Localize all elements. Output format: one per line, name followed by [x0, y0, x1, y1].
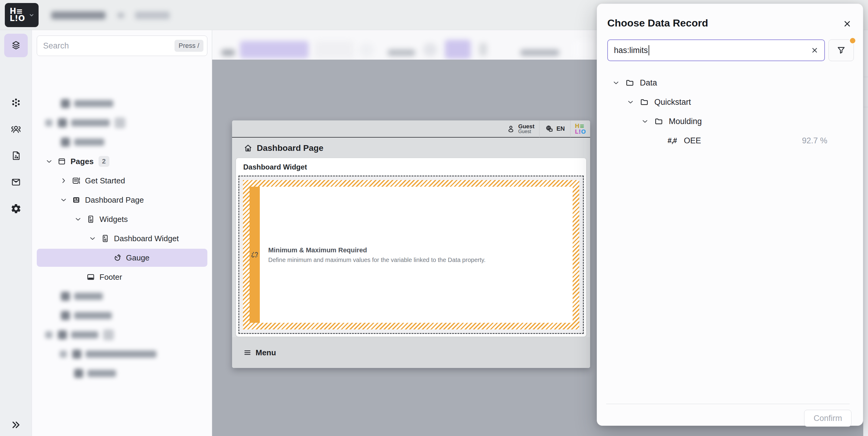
close-icon	[843, 19, 852, 28]
file-image-icon	[10, 150, 22, 161]
chevron-down-icon[interactable]	[612, 79, 620, 87]
chevron-down-icon[interactable]	[89, 235, 96, 242]
chevrons-right-icon	[10, 420, 22, 430]
project-name-redacted[interactable]	[51, 11, 105, 19]
tree-row-data[interactable]: Data	[597, 73, 864, 93]
data-record-tree: Data Quickstart Moulding #,# OEE 92.7 %	[597, 73, 864, 150]
widget-icon	[86, 215, 95, 224]
rail-expand-button[interactable]	[4, 413, 28, 436]
tree-label: Dashboard Page	[85, 195, 144, 205]
tree-row-redacted[interactable]	[32, 287, 212, 306]
widget-icon	[101, 234, 110, 243]
filter-button[interactable]	[829, 39, 854, 61]
chevron-down-icon[interactable]	[627, 98, 634, 106]
tree-row-redacted[interactable]	[32, 344, 212, 364]
toolbar-button-redacted[interactable]	[574, 40, 597, 59]
gauge-icon	[113, 253, 122, 262]
tree-row-redacted[interactable]	[32, 325, 212, 344]
preview-menu-label: Menu	[255, 348, 276, 358]
choose-data-record-modal: Choose Data Record has:limits	[597, 4, 863, 426]
rail-item-users[interactable]	[4, 118, 28, 141]
rail-item-messages[interactable]	[4, 170, 28, 194]
dashboard-widget-card: Dashboard Widget Minimum & Maximum Requi…	[236, 158, 586, 337]
toolbar-button-redacted[interactable]	[359, 43, 374, 57]
tree-row-quickstart[interactable]: Quickstart	[597, 93, 864, 112]
toolbar-button-redacted[interactable]	[445, 40, 471, 59]
rail-item-layers[interactable]	[4, 34, 28, 57]
tree-row-redacted[interactable]	[32, 364, 212, 383]
rail-item-assets[interactable]	[4, 144, 28, 167]
explorer-search-input[interactable]: Search Press /	[37, 36, 207, 56]
tree-row-dashboard-page[interactable]: Dashboard Page	[32, 190, 212, 209]
chevron-down-icon[interactable]	[45, 158, 53, 165]
icon-rail	[0, 30, 32, 436]
record-value: 92.7 %	[802, 136, 827, 145]
helio-logo: H≡ L!O	[10, 8, 25, 22]
unlink-icon	[251, 251, 258, 259]
device-preview: Guest Guest EN H≡ L!O	[232, 121, 590, 368]
chevron-down-icon[interactable]	[641, 118, 649, 125]
widget-title: Dashboard Widget	[243, 163, 307, 171]
tree-label: Data	[640, 78, 657, 88]
filter-active-dot	[849, 37, 856, 44]
tree-label: Footer	[99, 272, 122, 282]
tree-label: Get Started	[85, 176, 125, 186]
funnel-filter-icon	[836, 45, 846, 55]
users-group-icon	[10, 124, 22, 135]
tree-label: OEE	[684, 136, 701, 145]
layers-icon	[10, 40, 22, 51]
preview-page-header: Dashboard Page	[232, 138, 590, 158]
preview-language-chip[interactable]: EN	[539, 125, 570, 133]
selection-highlight	[37, 249, 207, 267]
gauge-widget-dropzone[interactable]: Minimum & Maximum Required Define minimu…	[239, 175, 584, 334]
toolbar-button-redacted[interactable]	[423, 43, 437, 57]
tree-label: Moulding	[669, 117, 702, 126]
chevron-down-icon[interactable]	[74, 215, 82, 223]
tree-row-moulding[interactable]: Moulding	[597, 112, 864, 131]
breadcrumb-editor-redacted	[135, 11, 170, 19]
preview-user-chip[interactable]: Guest Guest	[502, 124, 539, 134]
tree-label: Pages	[70, 157, 94, 166]
tree-row-redacted[interactable]	[32, 113, 212, 133]
tree-row-oee[interactable]: #,# OEE 92.7 %	[597, 131, 864, 150]
tree-row-redacted[interactable]	[32, 306, 212, 325]
dots-grid-icon	[10, 97, 22, 108]
gauge-warning-hatch: Minimum & Maximum Required Define minimu…	[243, 180, 579, 329]
chevron-down-icon	[28, 11, 35, 19]
tree-row-pages[interactable]: Pages 2	[32, 152, 212, 171]
folder-icon	[640, 98, 649, 107]
layer-tree: Pages 2 Get Started	[32, 94, 212, 383]
tree-row-gauge-selected[interactable]: Gauge	[32, 248, 212, 267]
person-icon	[507, 125, 515, 133]
hamburger-menu-icon[interactable]	[244, 349, 251, 357]
home-icon	[244, 144, 253, 153]
translate-globe-icon	[545, 125, 553, 133]
app-logo-menu[interactable]: H≡ L!O	[5, 3, 38, 27]
pages-count-badge: 2	[98, 156, 110, 167]
breadcrumb-chevron-redacted	[118, 13, 124, 18]
search-shortcut-hint: Press /	[175, 40, 204, 52]
modal-close-button[interactable]	[842, 19, 852, 29]
preview-user-name: Guest	[518, 124, 534, 129]
toolbar-button-redacted[interactable]	[479, 43, 487, 56]
clear-search-icon[interactable]	[810, 46, 819, 55]
tree-row-widgets[interactable]: Widgets	[32, 209, 212, 229]
folder-icon	[625, 78, 634, 87]
tree-row-footer[interactable]: Footer	[32, 267, 212, 287]
rail-item-settings[interactable]	[4, 197, 28, 221]
tree-row-redacted[interactable]	[32, 94, 212, 113]
tree-row-redacted[interactable]	[32, 133, 212, 152]
tree-row-get-started[interactable]: Get Started	[32, 171, 212, 190]
chevron-down-icon[interactable]	[60, 196, 67, 204]
confirm-button[interactable]: Confirm	[804, 410, 851, 427]
gauge-warning-bar	[250, 187, 260, 323]
rail-item-components[interactable]	[4, 91, 28, 114]
chevron-right-icon[interactable]	[60, 177, 67, 185]
toolbar-toggle-redacted[interactable]	[315, 41, 354, 59]
data-record-search-input[interactable]: has:limits	[607, 39, 825, 61]
toolbar-toggle-redacted[interactable]	[240, 41, 309, 59]
gauge-warning-title: Minimum & Maximum Required	[268, 246, 572, 254]
preview-user-role: Guest	[518, 129, 534, 134]
tree-row-dashboard-widget[interactable]: Dashboard Widget	[32, 229, 212, 248]
preview-status-bar: Guest Guest EN H≡ L!O	[232, 121, 590, 138]
